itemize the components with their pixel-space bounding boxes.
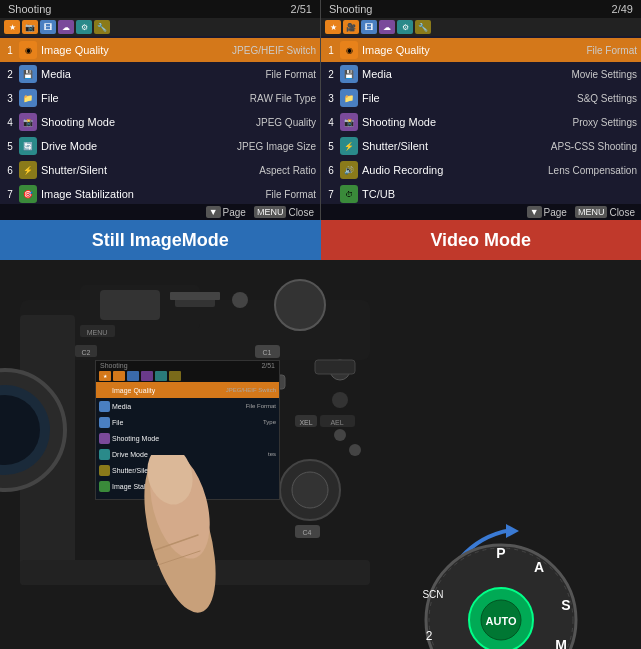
right-tab-4[interactable]: ☁ bbox=[379, 20, 395, 34]
still-image-menu: Shooting 2/51 ★ 📷 🎞 ☁ ⚙ 🔧 1 ◉ Image Qual… bbox=[0, 0, 321, 220]
item-icon-5: 🔄 bbox=[19, 137, 37, 155]
left-menu-tabs: ★ 📷 🎞 ☁ ⚙ 🔧 bbox=[0, 18, 320, 36]
right-item-icon-6: 🔊 bbox=[340, 161, 358, 179]
svg-text:MENU: MENU bbox=[87, 329, 108, 336]
right-tab-6[interactable]: 🔧 bbox=[415, 20, 431, 34]
right-menu-item-3[interactable]: 3 📁 File S&Q Settings bbox=[321, 86, 641, 110]
right-tab-3[interactable]: 🎞 bbox=[361, 20, 377, 34]
right-tab-2[interactable]: 🎥 bbox=[343, 20, 359, 34]
cam-item-1: Image Quality JPEG/HEIF Switch bbox=[96, 382, 279, 398]
right-menu-page: 2/49 bbox=[612, 3, 633, 15]
left-menu-page: 2/51 bbox=[291, 3, 312, 15]
svg-text:P: P bbox=[496, 545, 505, 561]
svg-rect-10 bbox=[100, 290, 160, 320]
right-item-icon-4: 📸 bbox=[340, 113, 358, 131]
cam-item-3: File Type bbox=[96, 414, 279, 430]
svg-point-18 bbox=[349, 444, 361, 456]
left-menu-item-3[interactable]: 3 📁 File RAW File Type bbox=[0, 86, 320, 110]
left-menu-header: Shooting 2/51 bbox=[0, 0, 320, 18]
right-menu-item-6[interactable]: 6 🔊 Audio Recording Lens Compensation bbox=[321, 158, 641, 182]
right-tab-5[interactable]: ⚙ bbox=[397, 20, 413, 34]
svg-text:M: M bbox=[555, 637, 567, 649]
camera-section: Fn C1 C4 MENU C2 AEL XEL Shooting 2/51 ★ bbox=[0, 260, 641, 649]
video-menu: Shooting 2/49 ★ 🎥 🎞 ☁ ⚙ 🔧 1 ◉ Image Qual… bbox=[321, 0, 641, 220]
right-menu-item-7[interactable]: 7 ⏱ TC/UB bbox=[321, 182, 641, 206]
tab-2[interactable]: 📷 bbox=[22, 20, 38, 34]
svg-text:C2: C2 bbox=[82, 349, 91, 356]
svg-text:A: A bbox=[534, 559, 544, 575]
svg-text:SCN: SCN bbox=[422, 589, 443, 600]
svg-point-17 bbox=[334, 429, 346, 441]
svg-marker-39 bbox=[506, 524, 519, 538]
finger-touch bbox=[130, 455, 260, 639]
svg-point-4 bbox=[275, 280, 325, 330]
right-tab-1[interactable]: ★ bbox=[325, 20, 341, 34]
dial-arrows-svg: P A S M ▶ S&Q 1 2 SCN AUTO bbox=[391, 520, 611, 649]
left-menu-item-6[interactable]: 6 ⚡ Shutter/Silent Aspect Ratio bbox=[0, 158, 320, 182]
right-menu-header: Shooting 2/49 bbox=[321, 0, 641, 18]
right-close-btn[interactable]: MENU Close bbox=[575, 206, 635, 218]
svg-point-16 bbox=[292, 472, 328, 508]
item-icon-6: ⚡ bbox=[19, 161, 37, 179]
finger-svg bbox=[130, 455, 260, 635]
item-icon-7: 🎯 bbox=[19, 185, 37, 203]
right-page-btn[interactable]: ▼ Page bbox=[527, 206, 567, 218]
left-close-btn[interactable]: MENU Close bbox=[254, 206, 314, 218]
right-item-icon-3: 📁 bbox=[340, 89, 358, 107]
tab-5[interactable]: ⚙ bbox=[76, 20, 92, 34]
menu-panels: Shooting 2/51 ★ 📷 🎞 ☁ ⚙ 🔧 1 ◉ Image Qual… bbox=[0, 0, 641, 220]
svg-rect-11 bbox=[170, 292, 220, 300]
right-menu-title: Shooting bbox=[329, 3, 372, 15]
right-menu-item-4[interactable]: 4 📸 Shooting Mode Proxy Settings bbox=[321, 110, 641, 134]
left-menu-items: 1 ◉ Image Quality JPEG/HEIF Switch 2 💾 M… bbox=[0, 36, 320, 208]
tab-4[interactable]: ☁ bbox=[58, 20, 74, 34]
svg-point-13 bbox=[332, 392, 348, 408]
left-menu-item-5[interactable]: 5 🔄 Drive Mode JPEG Image Size bbox=[0, 134, 320, 158]
svg-point-5 bbox=[232, 292, 248, 308]
right-menu-tabs: ★ 🎥 🎞 ☁ ⚙ 🔧 bbox=[321, 18, 641, 36]
cam-tabs: ★ bbox=[96, 370, 279, 382]
right-menu-item-5[interactable]: 5 ⚡ Shutter/Silent APS-CSS Shooting bbox=[321, 134, 641, 158]
item-icon-1: ◉ bbox=[19, 41, 37, 59]
right-menu-item-2[interactable]: 2 💾 Media Movie Settings bbox=[321, 62, 641, 86]
left-menu-title: Shooting bbox=[8, 3, 51, 15]
cam-header: Shooting 2/51 bbox=[96, 361, 279, 370]
svg-text:S: S bbox=[561, 597, 570, 613]
right-menu-item-1[interactable]: 1 ◉ Image Quality File Format bbox=[321, 38, 641, 62]
right-item-icon-1: ◉ bbox=[340, 41, 358, 59]
left-menu-item-7[interactable]: 7 🎯 Image Stabilization File Format bbox=[0, 182, 320, 206]
svg-text:AUTO: AUTO bbox=[486, 615, 517, 627]
cam-item-2: Media File Format bbox=[96, 398, 279, 414]
cam-item-4: Shooting Mode bbox=[96, 430, 279, 446]
video-mode-label: Video Mode bbox=[321, 220, 642, 260]
left-menu-item-2[interactable]: 2 💾 Media File Format bbox=[0, 62, 320, 86]
svg-text:AEL: AEL bbox=[330, 419, 343, 426]
item-icon-2: 💾 bbox=[19, 65, 37, 83]
right-item-icon-7: ⏱ bbox=[340, 185, 358, 203]
mode-dial-section: P A S M ▶ S&Q 1 2 SCN AUTO bbox=[391, 520, 611, 649]
right-item-icon-2: 💾 bbox=[340, 65, 358, 83]
svg-text:C1: C1 bbox=[263, 349, 272, 356]
left-page-btn[interactable]: ▼ Page bbox=[206, 206, 246, 218]
still-image-label: Still ImageMode bbox=[0, 220, 321, 260]
tab-6[interactable]: 🔧 bbox=[94, 20, 110, 34]
right-menu-footer: ▼ Page MENU Close bbox=[321, 204, 641, 220]
svg-text:XEL: XEL bbox=[299, 419, 312, 426]
mode-labels: Still ImageMode Video Mode bbox=[0, 220, 641, 260]
right-menu-items: 1 ◉ Image Quality File Format 2 💾 Media … bbox=[321, 36, 641, 208]
tab-3[interactable]: 🎞 bbox=[40, 20, 56, 34]
item-icon-3: 📁 bbox=[19, 89, 37, 107]
right-item-icon-5: ⚡ bbox=[340, 137, 358, 155]
left-menu-item-1[interactable]: 1 ◉ Image Quality JPEG/HEIF Switch bbox=[0, 38, 320, 62]
left-menu-item-4[interactable]: 4 📸 Shooting Mode JPEG Quality bbox=[0, 110, 320, 134]
svg-text:C4: C4 bbox=[303, 529, 312, 536]
svg-rect-14 bbox=[315, 360, 355, 374]
svg-text:2: 2 bbox=[426, 629, 433, 643]
item-icon-4: 📸 bbox=[19, 113, 37, 131]
left-menu-footer: ▼ Page MENU Close bbox=[0, 204, 320, 220]
tab-1[interactable]: ★ bbox=[4, 20, 20, 34]
